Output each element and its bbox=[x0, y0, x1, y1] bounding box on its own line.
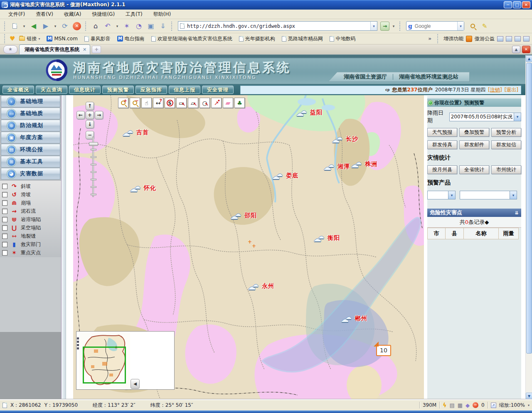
eraser-tool[interactable]: ▰ bbox=[223, 98, 233, 108]
zoom-out-tool[interactable]: − bbox=[130, 98, 140, 108]
search-input[interactable] bbox=[414, 23, 457, 30]
highlight-button[interactable]: ✎ bbox=[479, 21, 490, 32]
layer-checkbox[interactable] bbox=[2, 209, 7, 214]
zoom-slider-thumb[interactable] bbox=[89, 142, 98, 146]
overlay-warning-button[interactable]: 叠加预警 bbox=[459, 128, 489, 137]
product-select-1[interactable]: ▾ bbox=[427, 191, 456, 199]
window-manager-button[interactable]: ▣ bbox=[145, 21, 156, 32]
forward-button[interactable]: ▶ bbox=[40, 21, 51, 32]
resize-icon[interactable]: ↗ bbox=[491, 403, 496, 408]
province-stats-button[interactable]: 全省统计 bbox=[459, 165, 489, 174]
new-page-dropdown-icon[interactable]: ▾ bbox=[21, 21, 27, 32]
bookmark-photo-studio[interactable]: 光年摄影机构 bbox=[236, 34, 278, 43]
search-dropdown-icon[interactable]: ▾ bbox=[457, 22, 464, 30]
tab-close-icon[interactable]: ✕ bbox=[83, 47, 86, 52]
overview-minimap[interactable]: ★ ◀ bbox=[76, 331, 175, 390]
sidebar-button-annual-plan[interactable]: ▣年度方案 bbox=[1, 132, 60, 143]
sidebar-button-basic-tools[interactable]: ⊞基本工具 bbox=[1, 156, 60, 167]
maximize-button[interactable]: □ bbox=[513, 1, 521, 8]
blocked-icon[interactable]: − bbox=[473, 402, 478, 408]
sidebar-button-base-geology[interactable]: ▭基础地质 bbox=[1, 108, 60, 119]
url-dropdown-icon[interactable]: ▾ bbox=[370, 22, 377, 30]
pan-center-button[interactable]: + bbox=[86, 111, 94, 119]
pan-down-button[interactable]: ↓ bbox=[86, 120, 94, 128]
point-select-tool[interactable]: ↗• bbox=[211, 98, 222, 108]
sidebar-splitter[interactable] bbox=[62, 95, 66, 399]
mass-fax-button[interactable]: 群发传真 bbox=[427, 140, 457, 149]
scale-tool[interactable]: S bbox=[165, 98, 175, 108]
layer-checkbox[interactable] bbox=[2, 242, 7, 247]
nav-tab-site-query[interactable]: 灾点查询 bbox=[36, 86, 67, 94]
search-button[interactable] bbox=[467, 21, 478, 32]
scroll-up-arrow[interactable]: ▲ bbox=[526, 55, 532, 62]
stop-button[interactable]: ✕ bbox=[71, 21, 82, 32]
menu-favorites[interactable]: 收藏(A) bbox=[59, 10, 86, 19]
bookmark-hunan-disaster-site[interactable]: 欢迎登陆湖南省地质灾害信息系统 bbox=[149, 34, 235, 43]
zoom-slider-track[interactable] bbox=[92, 137, 94, 197]
nav-tab-info-statistics[interactable]: 信息统计 bbox=[69, 86, 101, 94]
tab-hunan-disaster-system[interactable]: 湖南省地质灾害信息系统 ✕ bbox=[19, 44, 90, 54]
minimap-collapse-button[interactable]: ◀ bbox=[131, 379, 140, 389]
sidebar-button-disaster-data[interactable]: ◕灾害数据 bbox=[1, 168, 60, 179]
go-dropdown-icon[interactable]: ▾ bbox=[391, 21, 397, 32]
bookmark-radio-guide[interactable]: M电台指南 bbox=[115, 34, 147, 43]
menu-tools[interactable]: 工具(T) bbox=[121, 10, 148, 19]
refresh-button[interactable]: ⟳ bbox=[59, 21, 70, 32]
monthly-county-button[interactable]: 按月州县 bbox=[427, 165, 457, 174]
layer-checkbox[interactable] bbox=[2, 200, 7, 206]
title-bar[interactable]: 湖南省地质灾害信息系统 - 傲游(Maxthon) 2.1.1 ─ □ ✕ bbox=[0, 0, 532, 10]
menu-view[interactable]: 查看(V) bbox=[31, 10, 58, 19]
nav-tab-forecast-warning[interactable]: 预测预警 bbox=[102, 86, 134, 94]
enhance-features-link[interactable]: 增强功能 bbox=[443, 35, 463, 42]
bookmarks-overflow-button[interactable]: » bbox=[426, 36, 433, 42]
pan-hand-tool[interactable]: ☝ bbox=[141, 98, 152, 108]
menu-help[interactable]: 帮助(H) bbox=[148, 10, 176, 19]
download-button[interactable]: ⇓ bbox=[158, 21, 168, 32]
layer-checkbox[interactable] bbox=[2, 192, 7, 197]
scroll-down-arrow[interactable]: ▼ bbox=[526, 393, 532, 399]
org-link-geo-monitoring[interactable]: 湖南省地质环境监测总站 bbox=[399, 73, 458, 81]
bookmark-city-boutique[interactable]: 觅路城市精品网 bbox=[279, 34, 325, 43]
window-icon[interactable] bbox=[506, 36, 512, 42]
weather-forecast-button[interactable]: 天气预报 bbox=[427, 128, 457, 137]
printer-icon[interactable]: ▤ bbox=[449, 402, 454, 408]
bookmark-msn[interactable]: MMSN.com bbox=[44, 35, 80, 42]
scroll-top-button[interactable]: ▲ bbox=[512, 46, 520, 53]
tab-list-star-button[interactable]: ★ bbox=[3, 45, 17, 54]
mass-sms-button[interactable]: 群发短信 bbox=[491, 140, 521, 149]
minimap-viewport-rect[interactable] bbox=[83, 347, 126, 384]
new-tab-button[interactable]: + bbox=[92, 46, 101, 53]
nav-tab-emergency-command[interactable]: 应急指挥 bbox=[135, 86, 167, 94]
measure-distance-tool[interactable]: ↔? bbox=[153, 98, 163, 108]
nav-tab-province-overview[interactable]: 全省概况 bbox=[2, 86, 34, 94]
zoom-in-tool[interactable]: + bbox=[118, 98, 128, 108]
maxthon-charity-icon[interactable] bbox=[466, 36, 472, 42]
map-flag-marker[interactable]: 10 bbox=[376, 345, 391, 356]
scrollbar-thumb[interactable] bbox=[526, 63, 532, 354]
close-button[interactable]: ✕ bbox=[522, 1, 530, 8]
notes-icon[interactable] bbox=[515, 36, 521, 42]
go-button[interactable]: → bbox=[380, 22, 389, 31]
layer-checkbox[interactable] bbox=[2, 250, 7, 256]
boost-icon[interactable]: ϟ bbox=[443, 402, 446, 408]
pan-left-button[interactable]: ← bbox=[76, 111, 85, 119]
exit-link[interactable]: [退出] bbox=[505, 86, 518, 93]
bookmark-storm-player[interactable]: 暴风影音 bbox=[82, 34, 113, 43]
mass-email-button[interactable]: 群发邮件 bbox=[459, 140, 489, 149]
zoom-level[interactable]: 缩放:100% bbox=[499, 402, 525, 409]
layer-checkbox[interactable] bbox=[2, 217, 7, 222]
sidebar-button-base-geography[interactable]: »基础地理 bbox=[1, 96, 60, 107]
home-button[interactable]: ⌂ bbox=[90, 21, 101, 32]
bookmark-links-folder[interactable]: 链接▾ bbox=[17, 34, 42, 43]
url-input[interactable] bbox=[186, 23, 370, 30]
popup-blocker-icon[interactable]: ▦ bbox=[458, 402, 463, 408]
layer-checkbox[interactable] bbox=[2, 234, 7, 239]
menu-file[interactable]: 文件(F) bbox=[3, 10, 30, 19]
back-button[interactable]: ◀ bbox=[28, 21, 39, 32]
history-dropdown-icon[interactable]: ▾ bbox=[52, 21, 58, 32]
product-select-2[interactable]: ▾ bbox=[460, 191, 517, 199]
pan-right-button[interactable]: → bbox=[95, 111, 103, 119]
filter-icon[interactable]: ◆ bbox=[466, 402, 470, 408]
skin-icon[interactable] bbox=[497, 36, 503, 42]
circle-select-tool[interactable]: ○↖ bbox=[200, 98, 210, 108]
